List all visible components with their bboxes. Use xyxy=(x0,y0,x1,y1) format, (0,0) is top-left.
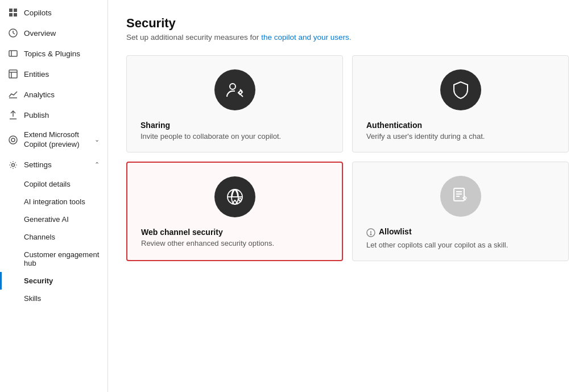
sidebar-item-security[interactable]: Security xyxy=(0,272,108,290)
sidebar-item-entities[interactable]: Entities xyxy=(0,64,108,84)
sidebar-item-analytics[interactable]: Analytics xyxy=(0,84,108,105)
entities-icon xyxy=(8,69,18,79)
card-grid: Sharing Invite people to collaborate on … xyxy=(126,55,569,261)
card-authentication[interactable]: Authentication Verify a user's identity … xyxy=(352,55,569,152)
shield-icon xyxy=(450,80,471,100)
svg-rect-7 xyxy=(9,51,17,56)
svg-rect-1 xyxy=(14,9,17,12)
card-allowlist-title: Allowlist xyxy=(379,227,412,236)
card-sharing-title: Sharing xyxy=(140,121,170,130)
web-channel-icon-circle xyxy=(214,176,255,217)
card-auth-desc: Verify a user's identity during a chat. xyxy=(366,132,485,141)
svg-rect-2 xyxy=(9,13,13,16)
sidebar-item-skills[interactable]: Skills xyxy=(0,290,108,307)
svg-rect-3 xyxy=(14,13,17,16)
main-content: Security Set up additional security meas… xyxy=(108,0,587,392)
sidebar-item-settings[interactable]: Settings ⌃ xyxy=(0,155,108,175)
sidebar-item-extend-copilot[interactable]: Extend Microsoft Copilot (preview) ⌄ xyxy=(0,125,108,155)
topics-icon xyxy=(8,48,18,59)
sidebar-item-topics[interactable]: Topics & Plugins xyxy=(0,43,108,64)
card-allowlist[interactable]: Allowlist Let other copilots call your c… xyxy=(352,162,569,261)
card-auth-title: Authentication xyxy=(366,121,422,130)
subtitle-link[interactable]: the copilot and your users. xyxy=(261,33,351,42)
grid-icon xyxy=(8,7,18,18)
sidebar-item-copilot-details[interactable]: Copilot details xyxy=(0,175,108,193)
sidebar-item-ai-integration[interactable]: AI integration tools xyxy=(0,193,108,211)
gear-icon xyxy=(8,160,18,170)
analytics-icon xyxy=(8,89,18,100)
chevron-up-icon: ⌃ xyxy=(94,161,100,168)
authentication-icon-circle xyxy=(440,69,481,110)
sidebar-item-customer-engagement[interactable]: Customer engagement hub xyxy=(0,246,108,272)
svg-rect-0 xyxy=(9,9,13,12)
allowlist-small-icon xyxy=(366,228,375,237)
sidebar-item-copilots[interactable]: Copilots xyxy=(0,2,108,23)
card-allowlist-desc: Let other copilots call your copilot as … xyxy=(366,241,508,249)
card-sharing-desc: Invite people to collaborate on your cop… xyxy=(140,132,281,141)
sidebar-item-generative-ai[interactable]: Generative AI xyxy=(0,211,108,228)
allowlist-icon-circle xyxy=(440,176,481,217)
svg-point-15 xyxy=(11,138,15,142)
svg-point-29 xyxy=(370,234,371,235)
globe-shield-icon xyxy=(225,187,245,207)
svg-point-17 xyxy=(12,163,15,166)
publish-icon xyxy=(8,110,18,120)
svg-point-18 xyxy=(230,84,235,89)
card-web-channel-desc: Review other enhanced security options. xyxy=(141,239,274,247)
sharing-icon-circle xyxy=(214,69,255,110)
svg-point-16 xyxy=(9,136,17,144)
sidebar-item-channels[interactable]: Channels xyxy=(0,228,108,246)
sidebar: Copilots Overview Topics & Plugins xyxy=(0,0,108,392)
card-sharing[interactable]: Sharing Invite people to collaborate on … xyxy=(126,55,343,152)
card-web-channel-title: Web channel security xyxy=(141,228,223,237)
card-web-channel-security[interactable]: Web channel security Review other enhanc… xyxy=(126,162,343,261)
person-edit-icon xyxy=(225,80,245,100)
page-subtitle: Set up additional security measures for … xyxy=(126,33,569,42)
allowlist-icon xyxy=(450,186,471,207)
extend-icon xyxy=(8,135,18,145)
chevron-down-icon: ⌄ xyxy=(94,136,100,143)
page-title: Security xyxy=(126,16,569,31)
allowlist-header-row: Allowlist xyxy=(366,227,412,238)
sidebar-item-overview[interactable]: Overview xyxy=(0,23,108,43)
svg-rect-9 xyxy=(9,70,17,78)
sidebar-item-publish[interactable]: Publish xyxy=(0,105,108,125)
overview-icon xyxy=(8,28,18,38)
svg-line-6 xyxy=(13,33,15,34)
